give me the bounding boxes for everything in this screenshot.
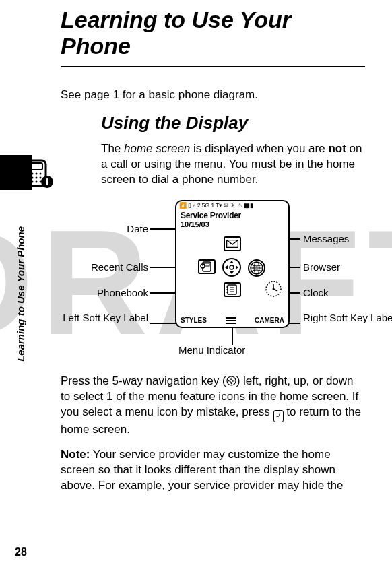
- section-heading: Using the Display: [101, 112, 365, 133]
- nav-paragraph: Press the 5-way navigation key () left, …: [61, 374, 365, 438]
- status-bar: 📶 ▯ ▵ 2.5G 1 T▾ ✉ ✳ ⚠ ▮▮▮: [176, 201, 288, 211]
- home-screen-paragraph: The home screen is displayed when you ar…: [101, 141, 365, 188]
- right-softkey-label: CAMERA: [255, 317, 284, 324]
- left-softkey-label: STYLES: [181, 317, 207, 324]
- label-left-softkey: Left Soft Key Label: [54, 312, 148, 324]
- intro-paragraph: See page 1 for a basic phone diagram.: [61, 88, 365, 103]
- term-home-screen: home screen: [124, 142, 190, 155]
- softkey-row: STYLES CAMERA: [176, 314, 288, 327]
- page-number: 28: [15, 546, 27, 558]
- recent-calls-icon: [198, 259, 216, 274]
- svg-rect-24: [227, 292, 228, 293]
- note-paragraph: Note: Your service provider may customiz…: [61, 447, 365, 494]
- svg-point-33: [230, 379, 232, 382]
- phone-screen: 📶 ▯ ▵ 2.5G 1 T▾ ✉ ✳ ⚠ ▮▮▮ Service Provid…: [175, 200, 290, 328]
- menu-indicator-icon: [226, 317, 236, 324]
- display-diagram: Date Recent Calls Phonebook Left Soft Ke…: [61, 200, 370, 362]
- label-messages: Messages: [303, 234, 349, 245]
- clock-icon: [264, 279, 283, 298]
- escape-key-inline-icon: ⤾: [273, 410, 284, 422]
- bold-not: not: [328, 142, 346, 155]
- text-fragment: Press the 5-way navigation key (: [61, 374, 226, 387]
- browser-icon: [248, 259, 265, 277]
- svg-point-31: [273, 288, 275, 290]
- nav-key-inline-icon: [226, 375, 236, 385]
- chapter-title: Learning to Use Your Phone: [61, 7, 365, 67]
- messages-icon: [224, 236, 241, 251]
- label-date: Date: [54, 224, 148, 235]
- label-right-softkey: Right Soft Key Label: [303, 312, 392, 324]
- nav-key-icon: [222, 258, 241, 277]
- note-label: Note:: [61, 448, 90, 461]
- label-clock: Clock: [303, 288, 329, 299]
- label-recent-calls: Recent Calls: [54, 262, 148, 273]
- phonebook-icon: [224, 282, 241, 297]
- svg-point-17: [230, 265, 234, 269]
- leader-line: [232, 325, 233, 345]
- svg-rect-22: [227, 286, 228, 288]
- text-fragment: Your service provider may customize the …: [61, 448, 344, 492]
- label-browser: Browser: [303, 262, 340, 273]
- label-menu-indicator: Menu Indicator: [178, 345, 245, 356]
- text-fragment: is displayed when you are: [190, 142, 328, 155]
- svg-rect-23: [227, 289, 228, 290]
- label-phonebook: Phonebook: [54, 288, 148, 299]
- date-text: 10/15/03: [176, 220, 288, 228]
- provider-text: Service Provider: [176, 211, 288, 220]
- text-fragment: The: [101, 142, 124, 155]
